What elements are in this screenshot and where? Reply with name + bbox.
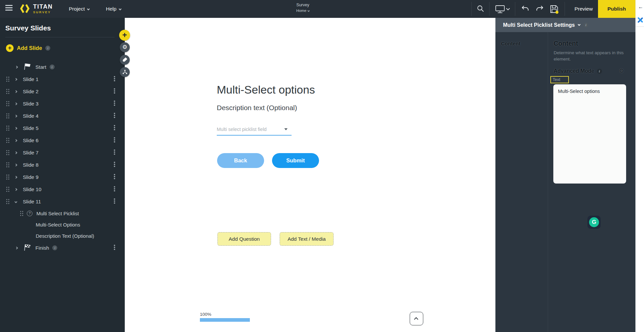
chevron-right-icon[interactable] (15, 114, 17, 117)
kebab-menu-icon[interactable] (113, 198, 116, 204)
sidebar-item-slide-11[interactable]: Slide 11 (0, 195, 125, 208)
chevron-right-icon[interactable] (15, 102, 17, 105)
drag-handle-icon[interactable] (6, 199, 10, 204)
add-element-button[interactable]: + (119, 30, 130, 41)
sidebar-item-slide-10[interactable]: Slide 10 (0, 183, 125, 195)
slide-canvas: Multi-Select options Description text (O… (125, 18, 495, 332)
kebab-menu-icon[interactable] (113, 88, 116, 94)
drag-handle-icon[interactable] (6, 89, 10, 94)
sidebar-item-slide-8[interactable]: Slide 8 (0, 159, 125, 171)
chevron-right-icon[interactable] (15, 139, 17, 142)
display-mode-icon[interactable] (495, 5, 510, 15)
search-icon[interactable] (477, 5, 484, 15)
sidebar-item-slide-7[interactable]: Slide 7 (0, 146, 125, 159)
settings-panel-header[interactable]: Multi Select Picklist Settings i (495, 18, 635, 32)
chevron-right-icon[interactable] (15, 163, 17, 166)
drag-handle-icon[interactable] (6, 174, 10, 180)
info-icon[interactable]: i (50, 64, 55, 69)
sidebar-item-finish[interactable]: Finish i (0, 242, 125, 254)
add-question-button[interactable]: Add Question (217, 232, 271, 246)
slide-settings-button[interactable]: ⚙ (120, 42, 130, 52)
kebab-menu-icon[interactable] (113, 174, 116, 180)
chevron-right-icon[interactable] (15, 188, 17, 190)
multi-select-picklist-field[interactable]: Multi select picklist field (217, 125, 292, 136)
grammarly-icon[interactable]: G (587, 216, 601, 229)
info-icon[interactable]: i (597, 69, 602, 74)
sidebar-item-slide-3[interactable]: Slide 3 (0, 98, 125, 110)
submit-button[interactable]: Submit (272, 153, 319, 168)
kebab-menu-icon[interactable] (113, 245, 116, 251)
advanced-mode-label[interactable]: Advanced Modei (554, 68, 602, 74)
dropdown-arrow-icon (284, 128, 288, 130)
slide-label: Slide 1 (23, 76, 38, 82)
kebab-menu-icon[interactable] (113, 186, 116, 192)
gear-icon: ⚙ (122, 44, 127, 50)
logo-title: TITAN (33, 4, 53, 10)
drag-handle-icon[interactable] (6, 101, 10, 106)
drag-handle-icon[interactable] (6, 150, 10, 155)
theme-brush-button[interactable] (120, 55, 130, 65)
sidebar-item-slide-4[interactable]: Slide 4 (0, 110, 125, 122)
publish-button[interactable]: Publish (598, 0, 635, 18)
add-circle-icon: + (122, 30, 127, 39)
back-button[interactable]: Back (217, 153, 264, 168)
drag-handle-icon[interactable] (6, 125, 10, 131)
breadcrumb[interactable]: Survey Home (285, 2, 321, 13)
gear-icon[interactable]: ⚙ (619, 67, 624, 74)
divider (515, 2, 515, 16)
add-slide-button[interactable]: + Add Slide i (6, 44, 125, 52)
kebab-menu-icon[interactable] (113, 76, 116, 82)
slide-question-title[interactable]: Multi-Select options (217, 83, 315, 96)
element-text-input[interactable]: Multi-Select options (553, 84, 626, 184)
chevron-down-icon[interactable] (15, 200, 17, 203)
scroll-up-button[interactable] (410, 312, 423, 325)
sidebar-item-slide-1[interactable]: Slide 1 (0, 73, 125, 85)
undo-icon[interactable] (521, 4, 529, 14)
kebab-menu-icon[interactable] (113, 149, 116, 155)
add-circle-icon: + (6, 44, 14, 52)
chevron-right-icon[interactable] (15, 90, 17, 93)
chevron-right-icon[interactable] (15, 246, 18, 249)
kebab-menu-icon[interactable] (113, 113, 116, 119)
drag-handle-icon[interactable] (20, 211, 23, 216)
info-icon[interactable]: i (45, 46, 50, 51)
chevron-right-icon[interactable] (15, 151, 17, 154)
slide-label: Slide 11 (23, 199, 41, 205)
logic-flow-button[interactable] (120, 67, 130, 77)
sidebar-item-start[interactable]: Start i (0, 61, 125, 73)
slide11-child-description-text[interactable]: Description Text (Optional) (0, 230, 125, 241)
sidebar-item-slide-5[interactable]: Slide 5 (0, 122, 125, 134)
slide11-child-multi-select-options[interactable]: Multi-Select Options (0, 219, 125, 230)
sidebar-item-slide-2[interactable]: Slide 2 (0, 85, 125, 98)
drag-handle-icon[interactable] (6, 76, 10, 82)
sidebar-item-slide-9[interactable]: Slide 9 (0, 171, 125, 183)
kebab-menu-icon[interactable] (113, 137, 116, 143)
slide-description-text[interactable]: Description text (Optional) (217, 104, 297, 112)
drag-handle-icon[interactable] (6, 187, 10, 192)
kebab-menu-icon[interactable] (113, 101, 116, 106)
save-icon[interactable] (549, 4, 559, 16)
extension-icon[interactable] (637, 17, 643, 24)
sidebar-item-slide-6[interactable]: Slide 6 (0, 134, 125, 146)
drag-handle-icon[interactable] (6, 138, 10, 143)
hamburger-menu-icon[interactable] (5, 5, 13, 11)
redo-icon[interactable] (535, 4, 544, 14)
chevron-right-icon[interactable] (15, 65, 18, 68)
project-menu[interactable]: Project (69, 0, 89, 18)
kebab-menu-icon[interactable] (113, 125, 116, 131)
collapse-arrow-icon[interactable]: ← (638, 4, 643, 10)
kebab-menu-icon[interactable] (113, 162, 116, 168)
chevron-right-icon[interactable] (15, 176, 17, 178)
info-icon[interactable]: i (52, 245, 57, 250)
drag-handle-icon[interactable] (6, 162, 10, 168)
tab-content[interactable]: Content (501, 41, 548, 47)
slide11-child-multi-select-picklist[interactable]: ? Multi Select Picklist (0, 208, 125, 219)
drag-handle-icon[interactable] (6, 113, 10, 119)
chevron-right-icon[interactable] (15, 127, 17, 129)
help-menu[interactable]: Help (106, 0, 121, 18)
add-text-media-button[interactable]: Add Text / Media (280, 232, 334, 246)
chevron-down-icon[interactable] (578, 23, 580, 26)
preview-button[interactable]: Preview (569, 0, 599, 18)
chevron-right-icon[interactable] (15, 78, 17, 80)
info-icon[interactable]: i (583, 22, 588, 27)
